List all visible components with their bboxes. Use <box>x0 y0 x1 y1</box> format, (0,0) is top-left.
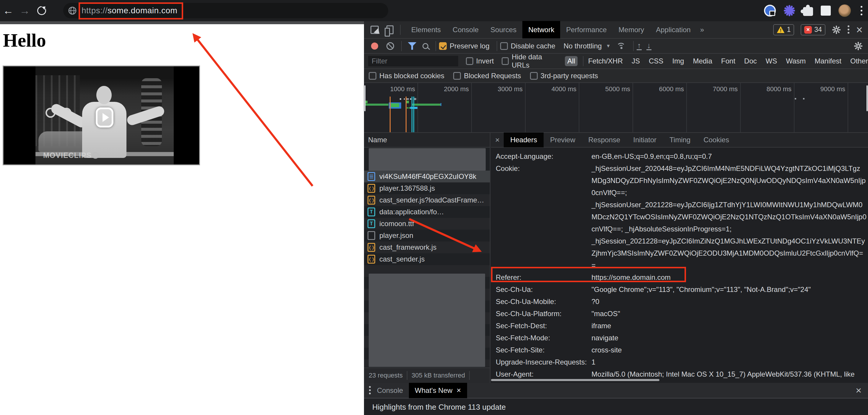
whats-new-headline[interactable]: Highlights from the Chrome 113 update <box>372 403 506 412</box>
redacted-request-block <box>369 148 486 171</box>
warnings-badge[interactable]: 1 <box>773 24 794 35</box>
search-icon[interactable] <box>423 43 428 49</box>
tab-application[interactable]: Application <box>650 21 696 38</box>
drawer-tab-whats-new[interactable]: What's New× <box>409 383 467 398</box>
third-party-requests-checkbox[interactable] <box>530 72 538 80</box>
filter-type-ws[interactable]: WS <box>766 57 777 65</box>
drawer-tab-console[interactable]: Console <box>371 383 409 398</box>
inspect-element-icon[interactable] <box>370 26 379 34</box>
network-filter-row: Filter Invert Hide data URLs All Fetch/X… <box>364 54 868 69</box>
tab-sources[interactable]: Sources <box>485 21 522 38</box>
close-details-icon[interactable]: × <box>491 136 504 145</box>
export-har-icon[interactable]: ↓ <box>646 42 651 50</box>
request-row[interactable]: ❬❭ cast_sender.js?loadCastFrame… <box>364 194 490 206</box>
tab-elements[interactable]: Elements <box>405 21 447 38</box>
tab-headers[interactable]: Headers <box>504 133 544 147</box>
filter-type-all[interactable]: All <box>565 56 578 66</box>
tab-response[interactable]: Response <box>582 133 627 147</box>
blocked-requests-checkbox[interactable] <box>453 72 461 80</box>
filter-type-img[interactable]: Img <box>672 57 684 65</box>
errors-badge[interactable]: × 34 <box>801 24 826 35</box>
extensions-cluster <box>764 0 863 21</box>
filter-type-js[interactable]: JS <box>632 57 640 65</box>
forward-icon[interactable]: → <box>17 4 33 17</box>
filter-type-css[interactable]: CSS <box>649 57 663 65</box>
settings-gear-icon[interactable] <box>832 25 841 34</box>
overview-left-handle[interactable] <box>364 85 366 111</box>
filter-type-wasm[interactable]: Wasm <box>786 57 806 65</box>
header-row: Sec-Fetch-Mode: navigate <box>491 332 868 344</box>
request-list: Name vi4KSuM46fF40pEGX2uIOY8k ❬❭ player.… <box>364 133 490 383</box>
filter-input[interactable]: Filter <box>368 56 458 66</box>
device-toolbar-icon[interactable] <box>386 25 394 34</box>
script-icon: ❬❭ <box>368 255 375 264</box>
clear-icon[interactable] <box>386 42 394 50</box>
request-row[interactable]: ❬❭ player.1367588.js <box>364 182 490 194</box>
browser-menu-icon[interactable] <box>860 5 863 16</box>
filter-funnel-icon[interactable] <box>408 42 416 50</box>
preserve-log-checkbox[interactable] <box>439 42 447 50</box>
close-whats-new-icon[interactable]: × <box>457 386 461 394</box>
request-row[interactable]: vi4KSuM46fF40pEGX2uIOY8k <box>364 171 490 182</box>
tab-initiator[interactable]: Initiator <box>627 133 663 147</box>
request-row[interactable]: T data:application/fo… <box>364 206 490 218</box>
tab-console[interactable]: Console <box>447 21 485 38</box>
overview-right-handle[interactable] <box>867 85 868 111</box>
play-icon[interactable] <box>96 107 114 128</box>
video-player[interactable]: MOVIECLIPS.COM <box>3 66 200 165</box>
request-row[interactable]: player.json <box>364 230 490 241</box>
more-tabs-icon[interactable]: » <box>696 26 708 34</box>
json-icon <box>368 231 375 240</box>
invert-checkbox[interactable] <box>466 57 473 65</box>
profile-avatar[interactable] <box>838 4 851 17</box>
starburst-extension-icon[interactable] <box>783 5 795 16</box>
request-row[interactable]: ❬❭ cast_framework.js <box>364 241 490 253</box>
third-party-requests-label: 3rd-party requests <box>541 72 598 80</box>
drawer-menu-icon[interactable] <box>369 385 371 395</box>
error-icon: × <box>804 26 812 34</box>
transferred-size: 305 kB transferred <box>411 372 465 379</box>
filter-type-fetch-xhr[interactable]: Fetch/XHR <box>588 57 623 65</box>
record-icon[interactable] <box>371 42 378 49</box>
drawer-close-icon[interactable]: × <box>856 385 868 396</box>
tab-cookies[interactable]: Cookies <box>697 133 736 147</box>
details-tabbar: × Headers Preview Response Initiator Tim… <box>491 133 868 147</box>
hide-data-urls-label: Hide data URLs <box>512 53 558 69</box>
tab-network[interactable]: Network <box>522 21 560 38</box>
throttling-dropdown-icon[interactable]: ▼ <box>606 43 611 49</box>
devtools-menu-icon[interactable] <box>847 25 850 35</box>
request-row[interactable]: T icomoon.ttf <box>364 218 490 230</box>
filter-type-doc[interactable]: Doc <box>744 57 757 65</box>
filter-type-manifest[interactable]: Manifest <box>814 57 841 65</box>
header-row: Sec-Fetch-Dest: iframe <box>491 320 868 332</box>
tab-timing[interactable]: Timing <box>663 133 697 147</box>
name-column-header[interactable]: Name <box>364 133 490 147</box>
disable-cache-checkbox[interactable] <box>500 42 508 50</box>
back-icon[interactable]: ← <box>0 4 17 17</box>
filter-type-other[interactable]: Other <box>850 57 868 65</box>
request-row[interactable]: ❬❭ cast_sender.js <box>364 253 490 265</box>
has-blocked-cookies-checkbox[interactable] <box>369 72 376 80</box>
devtools-close-icon[interactable]: × <box>856 25 863 34</box>
password-extension-icon[interactable] <box>764 5 776 16</box>
side-panel-icon[interactable] <box>821 6 831 15</box>
reload-icon[interactable] <box>37 6 46 15</box>
network-settings-gear-icon[interactable] <box>854 42 863 50</box>
horizontal-scrollbar[interactable] <box>491 379 659 381</box>
import-har-icon[interactable]: ↑ <box>637 42 642 50</box>
filter-type-media[interactable]: Media <box>693 57 712 65</box>
font-icon: T <box>368 219 375 228</box>
network-overview-timeline[interactable]: 1000 ms 2000 ms 3000 ms 4000 ms 5000 ms … <box>364 83 868 133</box>
header-row: Sec-Ch-Ua-Platform: "macOS" <box>491 308 868 320</box>
timeline-tick: 1000 ms <box>373 85 415 93</box>
tab-memory[interactable]: Memory <box>613 21 650 38</box>
throttling-select[interactable]: No throttling <box>563 42 601 50</box>
tab-preview[interactable]: Preview <box>544 133 582 147</box>
header-row: Sec-Ch-Ua: "Google Chrome";v="113", "Chr… <box>491 283 868 296</box>
filter-type-font[interactable]: Font <box>721 57 735 65</box>
tab-performance[interactable]: Performance <box>560 21 613 38</box>
network-conditions-icon[interactable] <box>616 42 626 50</box>
hide-data-urls-checkbox[interactable] <box>502 57 509 65</box>
extensions-puzzle-icon[interactable] <box>803 7 813 16</box>
network-toolbar: Preserve log Disable cache No throttling… <box>364 39 868 54</box>
